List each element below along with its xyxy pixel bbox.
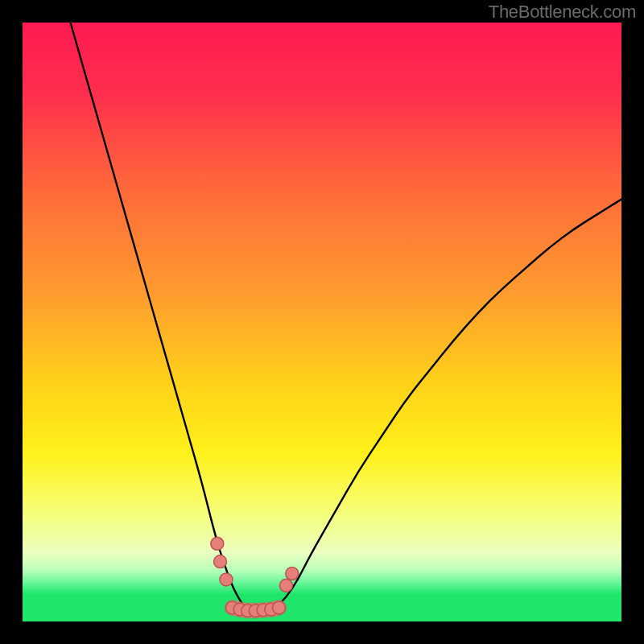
trough-marker [286, 567, 299, 580]
curves-layer [23, 23, 621, 621]
left-curve [71, 23, 250, 609]
trough-markers [211, 537, 299, 617]
trough-marker [211, 537, 224, 550]
trough-marker [220, 573, 233, 586]
watermark-text: TheBottleneck.com [489, 2, 636, 23]
trough-marker [279, 579, 292, 592]
trough-marker [272, 601, 285, 614]
plot-area [23, 23, 621, 621]
right-curve [274, 199, 621, 609]
trough-marker [214, 555, 227, 568]
chart-frame: TheBottleneck.com [0, 0, 644, 644]
